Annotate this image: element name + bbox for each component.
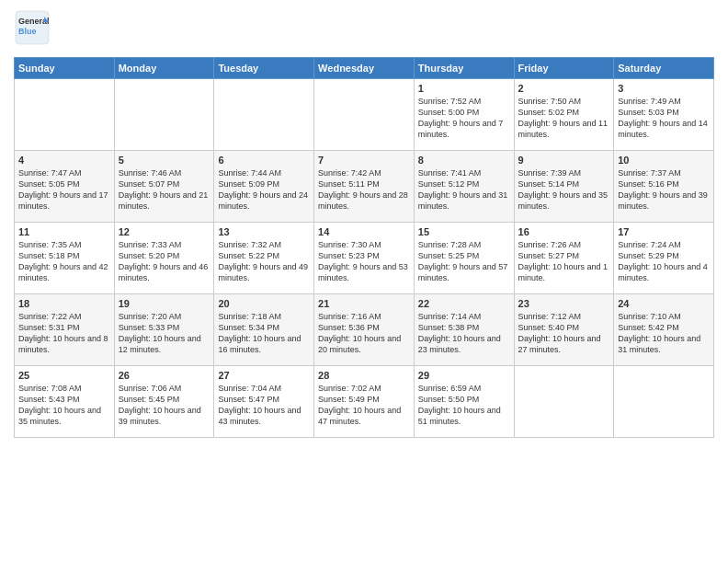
calendar-cell <box>614 366 714 438</box>
calendar-cell: 29Sunrise: 6:59 AM Sunset: 5:50 PM Dayli… <box>414 366 514 438</box>
day-info: Sunrise: 7:39 AM Sunset: 5:14 PM Dayligh… <box>518 167 610 213</box>
calendar-tbody: 1Sunrise: 7:52 AM Sunset: 5:00 PM Daylig… <box>15 79 714 438</box>
day-number: 26 <box>119 370 210 381</box>
calendar-week-row: 11Sunrise: 7:35 AM Sunset: 5:18 PM Dayli… <box>15 223 714 294</box>
calendar-cell: 20Sunrise: 7:18 AM Sunset: 5:34 PM Dayli… <box>214 294 314 366</box>
day-number: 20 <box>218 298 310 309</box>
calendar-cell <box>15 79 115 151</box>
weekday-header-wednesday: Wednesday <box>314 58 415 79</box>
weekday-header-tuesday: Tuesday <box>214 58 314 79</box>
weekday-header-friday: Friday <box>514 58 614 79</box>
day-number: 2 <box>518 83 610 94</box>
day-info: Sunrise: 7:42 AM Sunset: 5:11 PM Dayligh… <box>318 167 410 213</box>
day-info: Sunrise: 7:24 AM Sunset: 5:29 PM Dayligh… <box>618 239 710 284</box>
day-number: 23 <box>518 298 610 309</box>
day-number: 3 <box>618 83 710 94</box>
day-number: 16 <box>518 226 610 237</box>
day-info: Sunrise: 7:06 AM Sunset: 5:45 PM Dayligh… <box>119 383 210 428</box>
calendar-cell <box>214 79 314 151</box>
day-number: 17 <box>618 226 710 237</box>
calendar-cell: 5Sunrise: 7:46 AM Sunset: 5:07 PM Daylig… <box>114 151 214 223</box>
day-info: Sunrise: 7:47 AM Sunset: 5:05 PM Dayligh… <box>18 167 110 213</box>
calendar-week-row: 1Sunrise: 7:52 AM Sunset: 5:00 PM Daylig… <box>15 79 714 151</box>
day-number: 19 <box>119 298 210 309</box>
calendar-week-row: 4Sunrise: 7:47 AM Sunset: 5:05 PM Daylig… <box>15 151 714 223</box>
calendar-cell: 16Sunrise: 7:26 AM Sunset: 5:27 PM Dayli… <box>514 223 614 294</box>
day-number: 21 <box>318 298 410 309</box>
calendar-cell: 22Sunrise: 7:14 AM Sunset: 5:38 PM Dayli… <box>414 294 514 366</box>
calendar-container: General Blue SundayMondayTuesdayWednesda… <box>0 0 728 447</box>
day-info: Sunrise: 6:59 AM Sunset: 5:50 PM Dayligh… <box>418 383 510 428</box>
day-info: Sunrise: 7:35 AM Sunset: 5:18 PM Dayligh… <box>18 239 110 284</box>
calendar-cell: 23Sunrise: 7:12 AM Sunset: 5:40 PM Dayli… <box>514 294 614 366</box>
calendar-thead: SundayMondayTuesdayWednesdayThursdayFrid… <box>15 58 714 79</box>
day-number: 24 <box>618 298 710 309</box>
weekday-header-row: SundayMondayTuesdayWednesdayThursdayFrid… <box>15 58 714 79</box>
day-info: Sunrise: 7:14 AM Sunset: 5:38 PM Dayligh… <box>418 311 510 356</box>
calendar-table: SundayMondayTuesdayWednesdayThursdayFrid… <box>14 57 714 438</box>
day-info: Sunrise: 7:49 AM Sunset: 5:03 PM Dayligh… <box>618 96 710 141</box>
day-info: Sunrise: 7:26 AM Sunset: 5:27 PM Dayligh… <box>518 239 610 284</box>
day-info: Sunrise: 7:46 AM Sunset: 5:07 PM Dayligh… <box>119 167 210 213</box>
day-number: 7 <box>318 155 410 166</box>
calendar-cell <box>314 79 415 151</box>
day-number: 8 <box>418 155 510 166</box>
day-info: Sunrise: 7:37 AM Sunset: 5:16 PM Dayligh… <box>618 167 710 213</box>
calendar-cell: 11Sunrise: 7:35 AM Sunset: 5:18 PM Dayli… <box>15 223 115 294</box>
day-number: 11 <box>18 226 110 237</box>
day-info: Sunrise: 7:44 AM Sunset: 5:09 PM Dayligh… <box>218 167 310 213</box>
calendar-cell: 17Sunrise: 7:24 AM Sunset: 5:29 PM Dayli… <box>614 223 714 294</box>
calendar-cell: 13Sunrise: 7:32 AM Sunset: 5:22 PM Dayli… <box>214 223 314 294</box>
calendar-cell: 7Sunrise: 7:42 AM Sunset: 5:11 PM Daylig… <box>314 151 415 223</box>
day-info: Sunrise: 7:41 AM Sunset: 5:12 PM Dayligh… <box>418 167 510 213</box>
calendar-week-row: 25Sunrise: 7:08 AM Sunset: 5:43 PM Dayli… <box>15 366 714 438</box>
day-info: Sunrise: 7:08 AM Sunset: 5:43 PM Dayligh… <box>18 383 110 428</box>
day-info: Sunrise: 7:18 AM Sunset: 5:34 PM Dayligh… <box>218 311 310 356</box>
day-info: Sunrise: 7:04 AM Sunset: 5:47 PM Dayligh… <box>218 383 310 428</box>
day-number: 5 <box>119 155 210 166</box>
day-number: 18 <box>18 298 110 309</box>
calendar-header: General Blue <box>14 9 714 50</box>
day-info: Sunrise: 7:12 AM Sunset: 5:40 PM Dayligh… <box>518 311 610 356</box>
day-number: 12 <box>119 226 210 237</box>
day-number: 27 <box>218 370 310 381</box>
calendar-cell: 9Sunrise: 7:39 AM Sunset: 5:14 PM Daylig… <box>514 151 614 223</box>
calendar-cell: 27Sunrise: 7:04 AM Sunset: 5:47 PM Dayli… <box>214 366 314 438</box>
day-number: 9 <box>518 155 610 166</box>
calendar-cell: 21Sunrise: 7:16 AM Sunset: 5:36 PM Dayli… <box>314 294 415 366</box>
day-info: Sunrise: 7:16 AM Sunset: 5:36 PM Dayligh… <box>318 311 410 356</box>
calendar-cell: 19Sunrise: 7:20 AM Sunset: 5:33 PM Dayli… <box>114 294 214 366</box>
calendar-cell: 18Sunrise: 7:22 AM Sunset: 5:31 PM Dayli… <box>15 294 115 366</box>
weekday-header-thursday: Thursday <box>414 58 514 79</box>
day-number: 1 <box>418 83 510 94</box>
weekday-header-monday: Monday <box>114 58 214 79</box>
calendar-cell: 14Sunrise: 7:30 AM Sunset: 5:23 PM Dayli… <box>314 223 415 294</box>
logo: General Blue <box>14 9 51 50</box>
calendar-cell: 26Sunrise: 7:06 AM Sunset: 5:45 PM Dayli… <box>114 366 214 438</box>
weekday-header-sunday: Sunday <box>15 58 115 79</box>
calendar-cell: 10Sunrise: 7:37 AM Sunset: 5:16 PM Dayli… <box>614 151 714 223</box>
day-number: 15 <box>418 226 510 237</box>
day-info: Sunrise: 7:33 AM Sunset: 5:20 PM Dayligh… <box>119 239 210 284</box>
day-info: Sunrise: 7:52 AM Sunset: 5:00 PM Dayligh… <box>418 96 510 141</box>
day-info: Sunrise: 7:32 AM Sunset: 5:22 PM Dayligh… <box>218 239 310 284</box>
day-number: 13 <box>218 226 310 237</box>
day-info: Sunrise: 7:20 AM Sunset: 5:33 PM Dayligh… <box>119 311 210 356</box>
svg-text:Blue: Blue <box>18 27 37 36</box>
day-info: Sunrise: 7:28 AM Sunset: 5:25 PM Dayligh… <box>418 239 510 284</box>
day-info: Sunrise: 7:10 AM Sunset: 5:42 PM Dayligh… <box>618 311 710 356</box>
calendar-cell: 15Sunrise: 7:28 AM Sunset: 5:25 PM Dayli… <box>414 223 514 294</box>
calendar-cell: 6Sunrise: 7:44 AM Sunset: 5:09 PM Daylig… <box>214 151 314 223</box>
day-info: Sunrise: 7:50 AM Sunset: 5:02 PM Dayligh… <box>518 96 610 141</box>
logo-icon: General Blue <box>14 9 51 46</box>
calendar-cell: 1Sunrise: 7:52 AM Sunset: 5:00 PM Daylig… <box>414 79 514 151</box>
calendar-cell <box>514 366 614 438</box>
day-number: 29 <box>418 370 510 381</box>
calendar-cell: 8Sunrise: 7:41 AM Sunset: 5:12 PM Daylig… <box>414 151 514 223</box>
day-number: 4 <box>18 155 110 166</box>
day-number: 14 <box>318 226 410 237</box>
calendar-cell <box>114 79 214 151</box>
calendar-cell: 3Sunrise: 7:49 AM Sunset: 5:03 PM Daylig… <box>614 79 714 151</box>
day-number: 25 <box>18 370 110 381</box>
day-info: Sunrise: 7:02 AM Sunset: 5:49 PM Dayligh… <box>318 383 410 428</box>
